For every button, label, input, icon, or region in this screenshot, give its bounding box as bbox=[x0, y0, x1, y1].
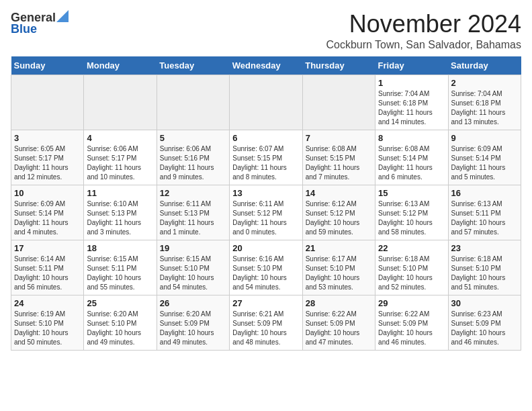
day-number: 17 bbox=[14, 243, 81, 253]
day-info: Sunrise: 6:20 AM Sunset: 5:10 PM Dayligh… bbox=[87, 310, 153, 347]
day-number: 4 bbox=[87, 133, 153, 143]
day-number: 26 bbox=[160, 298, 226, 308]
day-info: Sunrise: 6:13 AM Sunset: 5:12 PM Dayligh… bbox=[378, 199, 445, 237]
day-number: 28 bbox=[306, 298, 372, 308]
day-header-wednesday: Wednesday bbox=[230, 56, 302, 75]
calendar-cell: 22Sunrise: 6:18 AM Sunset: 5:10 PM Dayli… bbox=[375, 240, 448, 295]
day-header-saturday: Saturday bbox=[448, 56, 521, 75]
day-number: 19 bbox=[160, 243, 226, 253]
day-info: Sunrise: 6:11 AM Sunset: 5:13 PM Dayligh… bbox=[160, 199, 226, 237]
day-number: 2 bbox=[451, 78, 518, 88]
svg-marker-0 bbox=[56, 10, 69, 22]
day-info: Sunrise: 6:21 AM Sunset: 5:09 PM Dayligh… bbox=[232, 310, 299, 347]
day-info: Sunrise: 6:05 AM Sunset: 5:17 PM Dayligh… bbox=[14, 144, 81, 182]
day-number: 20 bbox=[232, 243, 299, 253]
calendar-cell: 30Sunrise: 6:23 AM Sunset: 5:09 PM Dayli… bbox=[448, 295, 521, 350]
day-info: Sunrise: 6:12 AM Sunset: 5:12 PM Dayligh… bbox=[306, 199, 372, 237]
title-section: November 2024 Cockburn Town, San Salvado… bbox=[326, 11, 521, 51]
day-number: 24 bbox=[14, 298, 81, 308]
day-number: 16 bbox=[451, 188, 518, 198]
calendar-cell: 11Sunrise: 6:10 AM Sunset: 5:13 PM Dayli… bbox=[84, 185, 157, 240]
calendar-cell: 15Sunrise: 6:13 AM Sunset: 5:12 PM Dayli… bbox=[375, 185, 448, 240]
day-number: 6 bbox=[232, 133, 299, 143]
calendar-cell bbox=[157, 75, 229, 130]
day-number: 15 bbox=[378, 188, 445, 198]
day-info: Sunrise: 6:19 AM Sunset: 5:10 PM Dayligh… bbox=[14, 310, 81, 347]
day-info: Sunrise: 6:08 AM Sunset: 5:14 PM Dayligh… bbox=[378, 144, 445, 182]
day-info: Sunrise: 6:15 AM Sunset: 5:10 PM Dayligh… bbox=[160, 255, 226, 292]
calendar-table: SundayMondayTuesdayWednesdayThursdayFrid… bbox=[11, 56, 521, 351]
calendar-cell: 13Sunrise: 6:11 AM Sunset: 5:12 PM Dayli… bbox=[230, 185, 302, 240]
day-number: 25 bbox=[87, 298, 153, 308]
week-row-1: 1Sunrise: 7:04 AM Sunset: 6:18 PM Daylig… bbox=[11, 75, 521, 130]
calendar-cell: 1Sunrise: 7:04 AM Sunset: 6:18 PM Daylig… bbox=[375, 75, 448, 130]
calendar-cell: 8Sunrise: 6:08 AM Sunset: 5:14 PM Daylig… bbox=[375, 130, 448, 185]
day-info: Sunrise: 6:13 AM Sunset: 5:11 PM Dayligh… bbox=[451, 199, 518, 237]
day-header-monday: Monday bbox=[84, 56, 157, 75]
day-number: 23 bbox=[451, 243, 518, 253]
day-number: 29 bbox=[378, 298, 445, 308]
day-number: 10 bbox=[14, 188, 81, 198]
calendar-cell bbox=[302, 75, 375, 130]
week-row-3: 10Sunrise: 6:09 AM Sunset: 5:14 PM Dayli… bbox=[11, 185, 521, 240]
day-info: Sunrise: 6:14 AM Sunset: 5:11 PM Dayligh… bbox=[14, 255, 81, 292]
calendar-cell: 21Sunrise: 6:17 AM Sunset: 5:10 PM Dayli… bbox=[302, 240, 375, 295]
day-info: Sunrise: 6:07 AM Sunset: 5:15 PM Dayligh… bbox=[232, 144, 299, 182]
day-number: 30 bbox=[451, 298, 518, 308]
day-info: Sunrise: 6:18 AM Sunset: 5:10 PM Dayligh… bbox=[378, 255, 445, 292]
week-row-4: 17Sunrise: 6:14 AM Sunset: 5:11 PM Dayli… bbox=[11, 240, 521, 295]
day-header-friday: Friday bbox=[375, 56, 448, 75]
day-info: Sunrise: 6:08 AM Sunset: 5:15 PM Dayligh… bbox=[306, 144, 372, 182]
day-info: Sunrise: 6:09 AM Sunset: 5:14 PM Dayligh… bbox=[14, 199, 81, 237]
day-number: 18 bbox=[87, 243, 153, 253]
day-info: Sunrise: 6:15 AM Sunset: 5:11 PM Dayligh… bbox=[87, 255, 153, 292]
calendar-cell bbox=[84, 75, 157, 130]
day-header-sunday: Sunday bbox=[11, 56, 84, 75]
day-header-thursday: Thursday bbox=[302, 56, 375, 75]
calendar-cell: 26Sunrise: 6:20 AM Sunset: 5:09 PM Dayli… bbox=[157, 295, 229, 350]
header-row: SundayMondayTuesdayWednesdayThursdayFrid… bbox=[11, 56, 521, 75]
day-info: Sunrise: 6:09 AM Sunset: 5:14 PM Dayligh… bbox=[451, 144, 518, 182]
calendar-cell: 6Sunrise: 6:07 AM Sunset: 5:15 PM Daylig… bbox=[230, 130, 302, 185]
calendar-cell: 4Sunrise: 6:06 AM Sunset: 5:17 PM Daylig… bbox=[84, 130, 157, 185]
day-number: 5 bbox=[160, 133, 226, 143]
page-header: General Blue November 2024 Cockburn Town… bbox=[11, 11, 521, 51]
day-header-tuesday: Tuesday bbox=[157, 56, 229, 75]
day-info: Sunrise: 6:16 AM Sunset: 5:10 PM Dayligh… bbox=[232, 255, 299, 292]
day-info: Sunrise: 6:18 AM Sunset: 5:10 PM Dayligh… bbox=[451, 255, 518, 292]
day-number: 12 bbox=[160, 188, 226, 198]
week-row-5: 24Sunrise: 6:19 AM Sunset: 5:10 PM Dayli… bbox=[11, 295, 521, 350]
calendar-cell: 27Sunrise: 6:21 AM Sunset: 5:09 PM Dayli… bbox=[230, 295, 302, 350]
location-title: Cockburn Town, San Salvador, Bahamas bbox=[326, 39, 521, 51]
day-number: 7 bbox=[306, 133, 372, 143]
calendar-cell: 25Sunrise: 6:20 AM Sunset: 5:10 PM Dayli… bbox=[84, 295, 157, 350]
logo-blue-text: Blue bbox=[11, 22, 37, 36]
calendar-cell bbox=[230, 75, 302, 130]
day-number: 9 bbox=[451, 133, 518, 143]
week-row-2: 3Sunrise: 6:05 AM Sunset: 5:17 PM Daylig… bbox=[11, 130, 521, 185]
calendar-cell: 18Sunrise: 6:15 AM Sunset: 5:11 PM Dayli… bbox=[84, 240, 157, 295]
day-info: Sunrise: 6:22 AM Sunset: 5:09 PM Dayligh… bbox=[306, 310, 372, 347]
day-info: Sunrise: 6:11 AM Sunset: 5:12 PM Dayligh… bbox=[232, 199, 299, 237]
day-number: 3 bbox=[14, 133, 81, 143]
calendar-cell: 3Sunrise: 6:05 AM Sunset: 5:17 PM Daylig… bbox=[11, 130, 84, 185]
calendar-cell bbox=[11, 75, 84, 130]
calendar-cell: 5Sunrise: 6:06 AM Sunset: 5:16 PM Daylig… bbox=[157, 130, 229, 185]
calendar-cell: 16Sunrise: 6:13 AM Sunset: 5:11 PM Dayli… bbox=[448, 185, 521, 240]
day-number: 11 bbox=[87, 188, 153, 198]
day-number: 8 bbox=[378, 133, 445, 143]
day-info: Sunrise: 6:06 AM Sunset: 5:16 PM Dayligh… bbox=[160, 144, 226, 182]
calendar-cell: 29Sunrise: 6:22 AM Sunset: 5:09 PM Dayli… bbox=[375, 295, 448, 350]
logo: General Blue bbox=[11, 11, 69, 36]
day-info: Sunrise: 6:23 AM Sunset: 5:09 PM Dayligh… bbox=[451, 310, 518, 347]
calendar-cell: 19Sunrise: 6:15 AM Sunset: 5:10 PM Dayli… bbox=[157, 240, 229, 295]
calendar-cell: 14Sunrise: 6:12 AM Sunset: 5:12 PM Dayli… bbox=[302, 185, 375, 240]
month-title: November 2024 bbox=[326, 11, 521, 38]
day-info: Sunrise: 6:10 AM Sunset: 5:13 PM Dayligh… bbox=[87, 199, 153, 237]
logo-triangle-icon bbox=[56, 10, 69, 22]
calendar-cell: 2Sunrise: 7:04 AM Sunset: 6:18 PM Daylig… bbox=[448, 75, 521, 130]
calendar-cell: 7Sunrise: 6:08 AM Sunset: 5:15 PM Daylig… bbox=[302, 130, 375, 185]
calendar-cell: 9Sunrise: 6:09 AM Sunset: 5:14 PM Daylig… bbox=[448, 130, 521, 185]
day-number: 13 bbox=[232, 188, 299, 198]
calendar-cell: 24Sunrise: 6:19 AM Sunset: 5:10 PM Dayli… bbox=[11, 295, 84, 350]
